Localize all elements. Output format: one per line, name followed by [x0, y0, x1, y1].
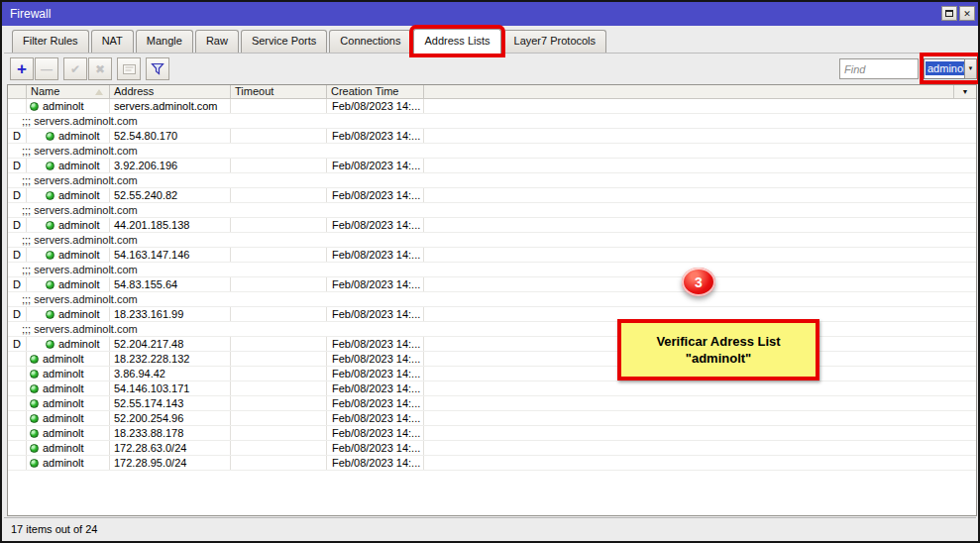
address-list-row[interactable]: adminoltservers.adminolt.comFeb/08/2023 … [8, 99, 976, 114]
tab-service-ports[interactable]: Service Ports [241, 30, 327, 53]
address-list-row[interactable]: adminolt54.146.103.171Feb/08/2023 14:... [8, 381, 976, 396]
comment-row[interactable]: ;;; servers.adminolt.com [8, 233, 976, 248]
tab-address-lists[interactable]: Address Lists [413, 29, 500, 54]
comment-icon [123, 64, 136, 74]
status-green-icon [30, 384, 39, 393]
status-bar: 17 items out of 24 [4, 517, 976, 539]
name-cell: adminolt [27, 396, 110, 410]
flag-cell [8, 411, 27, 425]
maximize-button[interactable] [941, 6, 957, 21]
status-text: 17 items out of 24 [11, 523, 97, 535]
address-list-row[interactable]: adminolt18.232.228.132Feb/08/2023 14:... [8, 352, 976, 367]
timeout-cell [231, 381, 327, 395]
flag-cell [8, 352, 27, 366]
address-list-row[interactable]: Dadminolt3.92.206.196Feb/08/2023 14:... [8, 159, 976, 173]
column-header-timeout[interactable]: Timeout [231, 85, 327, 98]
tab-raw[interactable]: Raw [195, 30, 239, 53]
address-list-row[interactable]: adminolt52.200.254.96Feb/08/2023 14:... [8, 411, 976, 426]
name-text: adminolt [43, 368, 84, 380]
comment-row[interactable]: ;;; servers.adminolt.com [8, 292, 976, 307]
filter-button[interactable] [146, 57, 169, 80]
tab-filter-rules[interactable]: Filter Rules [12, 30, 89, 53]
address-list-row[interactable]: Dadminolt52.54.80.170Feb/08/2023 14:... [8, 129, 976, 144]
window-title: Firewall [10, 7, 51, 21]
title-bar: Firewall ✕ [2, 2, 978, 26]
comment-row[interactable]: ;;; servers.adminolt.com [8, 144, 976, 159]
tab-nat[interactable]: NAT [91, 30, 134, 53]
address-list-row[interactable]: adminolt172.28.95.0/24Feb/08/2023 14:... [8, 456, 976, 471]
toolbar: + — ✔ ✖ adminolt ▼ [4, 54, 976, 84]
address-list-table: Name Address Timeout Creation Time ▼ adm… [7, 84, 977, 516]
address-list-row[interactable]: adminolt52.55.174.143Feb/08/2023 14:... [8, 396, 976, 411]
row-filler [424, 159, 976, 172]
flag-cell [8, 456, 27, 470]
address-list-row[interactable]: adminolt172.28.63.0/24Feb/08/2023 14:... [8, 441, 976, 456]
find-input[interactable] [839, 58, 919, 79]
status-green-icon [46, 221, 54, 230]
comment-row[interactable]: ;;; servers.adminolt.com [8, 173, 976, 188]
column-header-address[interactable]: Address [110, 85, 231, 98]
status-green-icon [30, 459, 39, 468]
address-cell: 172.28.63.0/24 [110, 441, 231, 455]
address-cell: 18.233.88.178 [110, 426, 231, 440]
add-button[interactable]: + [10, 57, 34, 80]
address-list-row[interactable]: Dadminolt54.163.147.146Feb/08/2023 14:..… [8, 248, 976, 263]
address-list-row[interactable]: Dadminolt54.83.155.64Feb/08/2023 14:... [8, 277, 976, 292]
filter-list-combobox[interactable]: adminolt [924, 58, 964, 79]
address-list-row[interactable]: Dadminolt52.204.217.48Feb/08/2023 14:... [8, 337, 976, 352]
close-icon: ✕ [963, 9, 971, 19]
creation-time-cell: Feb/08/2023 14:... [327, 159, 424, 172]
flag-cell [8, 99, 27, 113]
column-header-creation-time[interactable]: Creation Time [327, 85, 424, 98]
comment-row[interactable]: ;;; servers.adminolt.com [8, 263, 976, 277]
tab-mangle[interactable]: Mangle [136, 30, 193, 53]
creation-time-cell: Feb/08/2023 14:... [327, 188, 424, 202]
comment-text: ;;; servers.adminolt.com [8, 203, 138, 217]
address-cell: 52.204.217.48 [110, 337, 231, 351]
combo-dropdown-button[interactable]: ▼ [964, 58, 977, 79]
name-text: adminolt [43, 397, 84, 410]
address-list-row[interactable]: adminolt3.86.94.42Feb/08/2023 14:... [8, 367, 976, 381]
enable-button[interactable]: ✔ [63, 57, 87, 80]
creation-time-cell: Feb/08/2023 14:... [327, 277, 424, 291]
chevron-down-icon: ▼ [962, 85, 969, 98]
name-cell: adminolt [27, 307, 110, 321]
address-cell: 44.201.185.138 [110, 218, 231, 232]
column-header-name[interactable]: Name [27, 85, 110, 98]
column-select-button[interactable]: ▼ [953, 85, 976, 98]
step-number: 3 [695, 274, 703, 290]
comment-text: ;;; servers.adminolt.com [8, 144, 138, 158]
name-text: adminolt [43, 412, 84, 425]
flag-cell: D [8, 277, 27, 291]
row-filler [424, 218, 976, 232]
row-filler [424, 248, 976, 262]
address-cell: servers.adminolt.com [110, 99, 231, 113]
address-list-row[interactable]: Dadminolt52.55.240.82Feb/08/2023 14:... [8, 188, 976, 203]
address-cell: 54.146.103.171 [110, 381, 231, 395]
address-list-row[interactable]: Dadminolt44.201.185.138Feb/08/2023 14:..… [8, 218, 976, 233]
name-cell: adminolt [27, 411, 110, 425]
comment-row[interactable]: ;;; servers.adminolt.com [8, 322, 976, 337]
comment-text: ;;; servers.adminolt.com [8, 263, 138, 276]
name-cell: adminolt [27, 352, 110, 366]
remove-button[interactable]: — [35, 57, 58, 80]
flag-cell: D [8, 159, 27, 172]
comment-button[interactable] [117, 57, 141, 80]
tab-connections[interactable]: Connections [329, 30, 411, 53]
name-cell: adminolt [27, 218, 110, 232]
comment-row[interactable]: ;;; servers.adminolt.com [8, 114, 976, 129]
column-header-flags[interactable] [8, 85, 27, 98]
comment-row[interactable]: ;;; servers.adminolt.com [8, 203, 976, 218]
address-list-row[interactable]: Dadminolt18.233.161.99Feb/08/2023 14:... [8, 307, 976, 322]
creation-time-cell: Feb/08/2023 14:... [327, 218, 424, 232]
close-button[interactable]: ✕ [959, 6, 975, 21]
timeout-cell [231, 396, 327, 410]
address-list-row[interactable]: adminolt18.233.88.178Feb/08/2023 14:... [8, 426, 976, 441]
name-cell: adminolt [27, 99, 110, 113]
row-filler [424, 426, 976, 440]
tab-layer7-protocols[interactable]: Layer7 Protocols [503, 30, 607, 53]
status-green-icon [30, 102, 39, 111]
name-text: adminolt [43, 100, 84, 113]
address-cell: 54.83.155.64 [110, 277, 231, 291]
disable-button[interactable]: ✖ [88, 57, 112, 80]
